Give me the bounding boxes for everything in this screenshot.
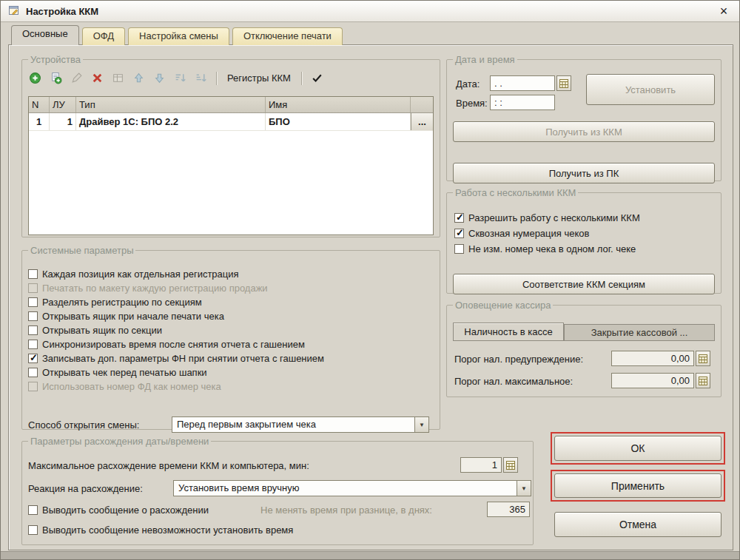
show-divergence-message-checkbox[interactable]: Выводить сообщение о расхождении	[28, 504, 209, 516]
sysparam-checkbox-4[interactable]: Открывать ящик при начале печати чека	[28, 310, 224, 322]
cash-warning-threshold-input[interactable]: 0,00	[611, 351, 694, 366]
row-more-button[interactable]: ...	[411, 113, 433, 130]
tabstrip: Основные ОФД Настройка смены Отключение …	[11, 25, 343, 45]
calendar-icon[interactable]	[556, 75, 571, 91]
checkbox-box	[454, 213, 464, 223]
devices-group: Устройства Регистры ККМ N ЛУ Тип Имя	[21, 54, 440, 237]
time-divergence-group: Параметры расхождения даты/времени Макси…	[21, 436, 534, 545]
cell-n: 1	[29, 113, 50, 130]
confirm-check-icon[interactable]	[310, 71, 324, 85]
cash-max-threshold-label: Порог нал. максимальное:	[454, 376, 573, 387]
checkbox-box	[28, 325, 38, 335]
show-impossible-message-checkbox[interactable]: Выводить сообщение невозможности установ…	[28, 524, 293, 536]
move-down-icon[interactable]	[152, 71, 166, 85]
max-divergence-input[interactable]: 1	[460, 457, 502, 473]
sysparam-checkbox-2[interactable]: Печатать по макету каждую регистрацию пр…	[28, 282, 268, 294]
edit-icon[interactable]	[70, 71, 84, 85]
column-header-extra	[411, 97, 433, 112]
reaction-combobox[interactable]: Установить время вручную ▼	[173, 480, 531, 496]
cell-name: БПО	[266, 113, 411, 130]
sysparam-checkbox-6[interactable]: Синхронизировать время после снятия отче…	[28, 338, 305, 350]
system-params-group: Системные параметры Каждая позиция как о…	[21, 245, 440, 430]
days-difference-label: Не менять время при разнице, в днях:	[260, 505, 432, 516]
kkm-sections-button[interactable]: Соответствие ККМ секциям	[453, 274, 715, 294]
sysparam-checkbox-9[interactable]: Использовать номер ФД как номер чека	[28, 380, 221, 392]
titlebar: Настройка ККМ ×	[1, 1, 739, 22]
time-input[interactable]: : :	[490, 95, 555, 110]
close-icon[interactable]: ×	[716, 4, 732, 18]
multi-kkm-group: Работа с несколькими ККМ Разрешить работ…	[446, 187, 722, 294]
cashier-alert-group-title: Оповещение кассира	[453, 300, 553, 311]
calculator-icon[interactable]	[503, 457, 518, 473]
checkbox-box	[28, 525, 38, 535]
checkbox-box	[454, 229, 464, 238]
column-header-lu[interactable]: ЛУ	[50, 97, 76, 112]
add-copy-icon[interactable]	[49, 71, 63, 85]
date-label: Дата:	[456, 78, 480, 90]
chevron-down-icon[interactable]: ▼	[414, 417, 428, 432]
cash-warning-threshold-label: Порог нал. предупреждение:	[454, 354, 583, 365]
column-header-n[interactable]: N	[29, 97, 50, 112]
checkbox-box	[28, 311, 38, 321]
delete-icon[interactable]	[90, 71, 104, 85]
window-bottom-edge	[1, 551, 739, 559]
kkm-settings-window: Настройка ККМ × Основные ОФД Настройка с…	[0, 0, 740, 560]
toolbar-separator	[216, 72, 217, 85]
datetime-group: Дата и время Дата: . . Установить Время:…	[446, 54, 722, 181]
checkbox-box	[28, 340, 38, 349]
tab-cash-shift-closing[interactable]: Закрытие кассовой ...	[564, 324, 715, 341]
time-label: Время:	[456, 98, 488, 109]
tab-otklyuchenie-pechati[interactable]: Отключение печати	[232, 27, 343, 45]
cashier-alert-group: Оповещение кассира Наличность в кассе За…	[446, 300, 722, 397]
sysparam-checkbox-7[interactable]: Записывать доп. параметры ФН при снятии …	[28, 352, 324, 364]
devices-group-title: Устройства	[28, 54, 83, 65]
devices-table-header: N ЛУ Тип Имя	[29, 97, 433, 113]
form-icon	[8, 4, 20, 18]
continuous-numbering-checkbox[interactable]: Сквозная нумерация чеков	[454, 227, 589, 239]
apply-button[interactable]: Применить	[554, 473, 722, 498]
keep-check-number-checkbox[interactable]: Не изм. номер чека в одном лог. чеке	[454, 243, 636, 254]
shift-open-combobox[interactable]: Перед первым закрытием чека ▼	[172, 416, 429, 433]
sysparam-checkbox-8[interactable]: Открывать чек перед печатью шапки	[28, 366, 207, 378]
checkbox-box	[28, 297, 38, 307]
sysparam-checkbox-1[interactable]: Каждая позиция как отдельная регистрация	[28, 268, 239, 280]
cancel-button[interactable]: Отмена	[554, 512, 722, 537]
tab-osnovnye[interactable]: Основные	[11, 25, 79, 45]
window-title: Настройка ККМ	[26, 6, 98, 17]
add-icon[interactable]	[28, 71, 42, 85]
calculator-icon[interactable]	[696, 351, 710, 366]
allow-multi-kkm-checkbox[interactable]: Разрешить работу с несколькими ККМ	[454, 212, 640, 223]
chevron-down-icon[interactable]: ▼	[517, 481, 531, 496]
date-input[interactable]: . .	[490, 75, 555, 91]
sort-desc-icon[interactable]	[194, 71, 208, 85]
reaction-label: Реакция на расхождение:	[28, 483, 143, 494]
cell-lu: 1	[50, 113, 76, 130]
sysparam-checkbox-3[interactable]: Разделять регистрацию по секциям	[28, 296, 202, 308]
sysparam-checkbox-5[interactable]: Открывать ящик по секции	[28, 324, 162, 336]
move-up-icon[interactable]	[132, 71, 146, 85]
column-header-type[interactable]: Тип	[76, 97, 266, 112]
column-header-name[interactable]: Имя	[266, 97, 411, 112]
get-from-pc-button[interactable]: Получить из ПК	[453, 163, 715, 183]
devices-toolbar: Регистры ККМ	[28, 71, 324, 85]
sort-asc-icon[interactable]	[173, 71, 187, 85]
time-divergence-group-title: Параметры расхождения даты/времени	[28, 436, 211, 447]
tab-cash-on-hand[interactable]: Наличность в кассе	[453, 323, 564, 341]
ok-button[interactable]: ОК	[554, 436, 722, 461]
datetime-group-title: Дата и время	[453, 54, 517, 65]
checkbox-box	[28, 269, 38, 279]
checkbox-box	[28, 354, 38, 363]
multi-kkm-group-title: Работа с несколькими ККМ	[453, 187, 578, 198]
devices-table: N ЛУ Тип Имя 1 1 Драйвер 1С: БПО 2.2 БПО…	[28, 96, 434, 235]
set-datetime-button[interactable]: Установить	[586, 74, 715, 105]
days-difference-input[interactable]: 365	[487, 502, 530, 517]
save-icon[interactable]	[111, 71, 125, 85]
kkm-registers-button[interactable]: Регистры ККМ	[225, 72, 293, 84]
checkbox-box	[28, 368, 38, 377]
tab-ofd[interactable]: ОФД	[82, 27, 125, 45]
cash-max-threshold-input[interactable]: 0,00	[611, 373, 694, 388]
get-from-kkm-button[interactable]: Получить из ККМ	[453, 121, 715, 142]
table-row[interactable]: 1 1 Драйвер 1С: БПО 2.2 БПО ...	[29, 113, 433, 131]
calculator-icon[interactable]	[696, 373, 710, 388]
tab-nastroyka-smeny[interactable]: Настройка смены	[128, 27, 229, 45]
